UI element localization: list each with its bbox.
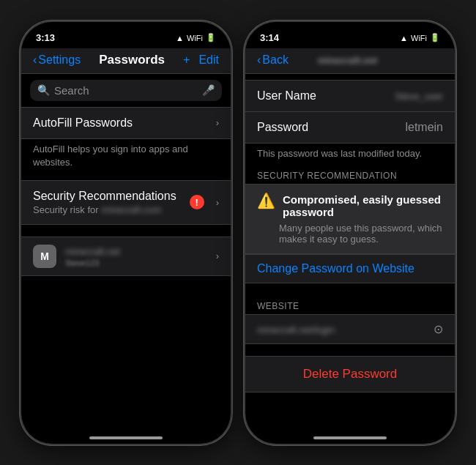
phone-1: 3:13 ▲ WiFi 🔋 ‹ Settings Passwords + Edi…	[20, 21, 232, 445]
autofill-subtitle: AutoFill helps you sign into apps and we…	[33, 144, 188, 168]
password-row[interactable]: Password letmein	[245, 112, 455, 144]
autofill-item[interactable]: AutoFill Passwords ›	[21, 107, 231, 139]
security-domain-blurred: minecraft.com	[102, 204, 162, 215]
account-domain-blurred: minecraft.net	[65, 246, 120, 257]
security-badge: !	[190, 195, 204, 209]
search-bar[interactable]: 🔍 Search 🎤	[30, 80, 222, 101]
status-time-2: 3:14	[260, 32, 279, 43]
wifi-icon-2: WiFi	[411, 34, 427, 42]
home-indicator-1	[89, 436, 163, 439]
back-button-2[interactable]: ‹ Back	[257, 53, 289, 67]
account-avatar: M	[33, 245, 56, 268]
security-item[interactable]: Security Recommendations Security risk f…	[21, 180, 231, 225]
mic-icon[interactable]: 🎤	[202, 84, 215, 96]
nav-bar-2: ‹ Back minecraft.net	[245, 48, 455, 74]
username-label: User Name	[257, 89, 316, 103]
status-icons-2: ▲ WiFi 🔋	[400, 33, 440, 42]
website-section: WEBSITE minecraft.net/login ⊙	[245, 295, 455, 344]
nav-title-1: Passwords	[99, 53, 165, 67]
account-item[interactable]: M minecraft.net Steve123 ›	[21, 237, 231, 276]
warning-header: ⚠️ Compromised, easily guessed password	[257, 193, 443, 218]
edit-button-1[interactable]: Edit	[198, 53, 219, 67]
back-label-2: Back	[262, 53, 289, 67]
autofill-label: AutoFill Passwords	[33, 116, 133, 130]
battery-icon-2: 🔋	[430, 33, 440, 42]
delete-password-label: Delete Password	[303, 367, 398, 381]
nav-title-2: minecraft.net	[318, 53, 378, 67]
change-password-link[interactable]: Change Password on Website	[245, 254, 455, 283]
back-button-1[interactable]: ‹ Settings	[33, 53, 81, 67]
security-info: Security Recommendations Security risk f…	[33, 190, 190, 215]
username-value-blurred: Steve_user	[395, 91, 443, 102]
signal-icon-1: ▲	[176, 34, 184, 42]
security-chevron: ›	[216, 197, 219, 208]
home-indicator-2	[313, 436, 387, 439]
username-row[interactable]: User Name Steve_user	[245, 80, 455, 112]
search-icon: 🔍	[37, 84, 50, 96]
website-label: WEBSITE	[245, 295, 455, 314]
autofill-chevron: ›	[216, 117, 219, 128]
website-row[interactable]: minecraft.net/login ⊙	[245, 314, 455, 344]
account-domain: minecraft.net	[65, 245, 216, 257]
screen-2: 3:14 ▲ WiFi 🔋 ‹ Back minecraft.net	[245, 22, 455, 444]
warning-title: Compromised, easily guessed password	[283, 193, 443, 218]
phone-2: 3:14 ▲ WiFi 🔋 ‹ Back minecraft.net	[244, 21, 456, 445]
back-chevron-1: ‹	[33, 53, 37, 67]
battery-icon-1: 🔋	[206, 33, 216, 42]
status-icons-1: ▲ WiFi 🔋	[176, 33, 216, 42]
warning-box: ⚠️ Compromised, easily guessed password …	[245, 184, 455, 254]
security-label: Security Recommendations	[33, 190, 190, 203]
search-placeholder: Search	[54, 84, 198, 97]
delete-button-section[interactable]: Delete Password	[245, 356, 455, 393]
external-link-icon[interactable]: ⊙	[434, 322, 443, 336]
security-right: ! ›	[190, 195, 219, 209]
website-url-blurred: minecraft.net/login	[257, 324, 335, 335]
autofill-info: AutoFill Passwords	[33, 116, 133, 130]
website-value: minecraft.net/login	[257, 323, 335, 335]
nav-title-blurred-2: minecraft.net	[318, 55, 378, 66]
nav-actions-1: + Edit	[183, 53, 219, 67]
autofill-section: AutoFill Passwords › AutoFill helps you …	[21, 107, 231, 174]
security-section-label: SECURITY RECOMMENDATION	[245, 165, 455, 184]
back-chevron-2: ‹	[257, 53, 261, 67]
password-value: letmein	[405, 121, 443, 134]
screen-1: 3:13 ▲ WiFi 🔋 ‹ Settings Passwords + Edi…	[21, 22, 231, 444]
account-chevron: ›	[216, 250, 219, 261]
security-subtitle: Security risk for minecraft.com	[33, 204, 190, 215]
status-bar-1: 3:13 ▲ WiFi 🔋	[21, 22, 231, 48]
add-button-1[interactable]: +	[183, 53, 190, 67]
back-label-1: Settings	[38, 53, 81, 67]
status-time-1: 3:13	[36, 32, 55, 43]
security-subtitle-prefix: Security risk for	[33, 204, 99, 215]
warning-triangle-icon: ⚠️	[257, 192, 275, 209]
credentials-section: User Name Steve_user Password letmein	[245, 80, 455, 144]
account-user-blurred: Steve123	[65, 258, 99, 267]
account-user: Steve123	[65, 257, 216, 268]
nav-bar-1: ‹ Settings Passwords + Edit	[21, 48, 231, 74]
warning-body: Many people use this password, which mak…	[257, 223, 443, 245]
modified-note: This password was last modified today.	[245, 144, 455, 165]
account-info: minecraft.net Steve123	[65, 245, 216, 268]
wifi-icon-1: WiFi	[187, 34, 203, 42]
status-bar-2: 3:14 ▲ WiFi 🔋	[245, 22, 455, 48]
password-label: Password	[257, 121, 308, 134]
change-password-section: Change Password on Website	[245, 254, 455, 283]
username-value: Steve_user	[395, 89, 443, 103]
signal-icon-2: ▲	[400, 34, 408, 42]
